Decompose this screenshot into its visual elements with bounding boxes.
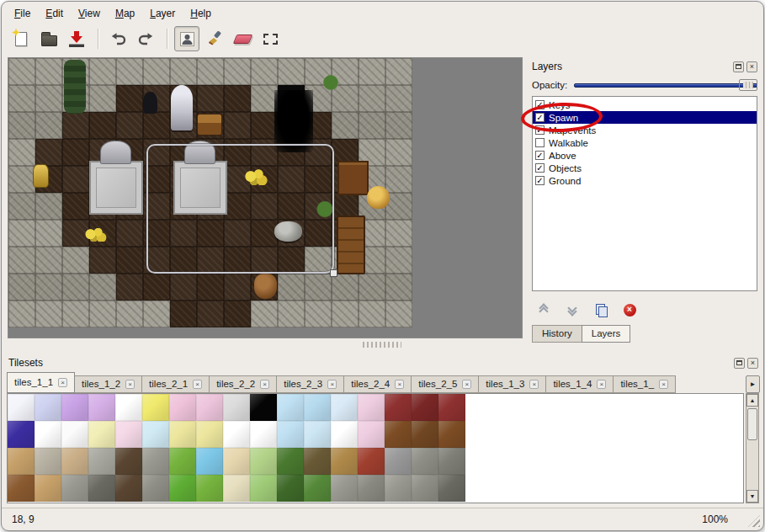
menu-help[interactable]: Help [183, 6, 219, 21]
eraser-tool-button[interactable] [230, 26, 255, 51]
tile[interactable] [385, 475, 412, 502]
brush-tool-button[interactable] [202, 26, 227, 51]
float-panel-button[interactable] [733, 61, 744, 72]
tile[interactable] [250, 394, 277, 421]
menu-layer[interactable]: Layer [142, 6, 183, 21]
map-tile[interactable] [62, 166, 89, 193]
tileset-tab-tiles_2_5[interactable]: tiles_2_5× [411, 375, 479, 393]
map-tile[interactable] [305, 274, 332, 301]
map-tile[interactable] [251, 58, 278, 85]
tab-close-icon[interactable]: × [193, 380, 202, 389]
scroll-down-button[interactable]: ▼ [746, 490, 758, 503]
map-tile[interactable] [278, 301, 305, 327]
map-selection[interactable] [146, 144, 334, 274]
map-tile[interactable] [8, 247, 35, 274]
map-tile[interactable] [8, 112, 35, 139]
tileset-tab-tiles_2_2[interactable]: tiles_2_2× [209, 375, 277, 393]
map-tile[interactable] [62, 193, 89, 220]
map-tile[interactable] [35, 85, 62, 112]
map-tile[interactable] [359, 112, 385, 139]
tile[interactable] [223, 394, 250, 421]
map-tile[interactable] [224, 274, 251, 301]
map-tile[interactable] [116, 301, 143, 327]
dock-tab-layers[interactable]: Layers [582, 325, 631, 343]
map-tile[interactable] [62, 301, 89, 327]
layer-visibility-checkbox[interactable]: ✓ [535, 151, 545, 160]
layer-row-spawn[interactable]: ✓Spawn [533, 111, 757, 124]
map-tile[interactable] [197, 85, 224, 112]
layer-visibility-checkbox[interactable]: ✓ [535, 163, 545, 173]
resize-grip[interactable] [748, 515, 760, 527]
map-tile[interactable] [8, 220, 35, 247]
map-tile[interactable] [62, 139, 89, 166]
menu-view[interactable]: View [71, 6, 108, 21]
tile[interactable] [61, 394, 88, 421]
map-tile[interactable] [170, 301, 197, 327]
menu-edit[interactable]: Edit [38, 6, 71, 21]
tileset-tab-tiles_1_[interactable]: tiles_1_× [613, 375, 676, 393]
tile[interactable] [412, 448, 438, 475]
tab-close-icon[interactable]: × [462, 380, 471, 389]
selection-resize-handle[interactable] [330, 269, 337, 277]
map-tile[interactable] [143, 58, 170, 85]
layer-visibility-checkbox[interactable] [535, 138, 545, 147]
map-tile[interactable] [116, 247, 143, 274]
map-tile[interactable] [385, 274, 412, 301]
tileset-tab-tiles_2_1[interactable]: tiles_2_1× [141, 375, 210, 393]
menu-file[interactable]: File [7, 6, 38, 21]
tile[interactable] [277, 475, 304, 502]
map-tile[interactable] [197, 58, 224, 85]
tile[interactable] [412, 394, 438, 421]
layer-visibility-checkbox[interactable]: ✓ [535, 176, 545, 185]
tile[interactable] [358, 394, 385, 421]
map-tile[interactable] [35, 274, 62, 301]
map-tile[interactable] [62, 247, 89, 274]
map-tile[interactable] [359, 58, 385, 85]
tile[interactable] [385, 394, 412, 421]
map-tile[interactable] [385, 139, 412, 166]
tab-close-icon[interactable]: × [659, 380, 668, 389]
map-tile[interactable] [359, 85, 385, 112]
map-tile[interactable] [8, 193, 35, 220]
tile[interactable] [250, 421, 277, 448]
map-tile[interactable] [89, 274, 116, 301]
map-tile[interactable] [224, 85, 251, 112]
close-panel-button[interactable]: × [747, 358, 758, 369]
tile[interactable] [331, 448, 358, 475]
tile[interactable] [358, 421, 385, 448]
layer-visibility-checkbox[interactable]: ✓ [535, 100, 545, 109]
tile[interactable] [169, 394, 196, 421]
scroll-up-button[interactable]: ▲ [746, 394, 758, 407]
map-tile[interactable] [224, 112, 251, 139]
tile[interactable] [196, 475, 223, 502]
map-tile[interactable] [116, 220, 143, 247]
tile[interactable] [196, 448, 223, 475]
raise-layer-button[interactable] [534, 301, 554, 318]
tile[interactable] [88, 421, 115, 448]
map-tile[interactable] [8, 274, 35, 301]
select-tool-button[interactable] [258, 26, 283, 51]
tile[interactable] [331, 421, 358, 448]
tab-close-icon[interactable]: × [58, 378, 67, 387]
layer-row-above[interactable]: ✓Above [533, 149, 757, 162]
tile[interactable] [412, 475, 438, 502]
map-tile[interactable] [197, 274, 224, 301]
tab-close-icon[interactable]: × [395, 380, 404, 389]
map-tile[interactable] [170, 274, 197, 301]
map-tile[interactable] [251, 301, 278, 327]
map-tile[interactable] [278, 274, 305, 301]
map-tile[interactable] [35, 139, 62, 166]
tile[interactable] [277, 394, 304, 421]
tile[interactable] [304, 394, 331, 421]
layer-row-walkable[interactable]: Walkable [533, 136, 757, 149]
tile[interactable] [438, 421, 465, 448]
tile[interactable] [223, 421, 250, 448]
save-button[interactable] [64, 26, 89, 51]
undo-button[interactable] [105, 26, 130, 51]
opacity-slider[interactable] [574, 78, 757, 92]
tab-close-icon[interactable]: × [529, 380, 539, 389]
map-tile[interactable] [8, 58, 35, 85]
menu-map[interactable]: Map [108, 6, 142, 21]
tile[interactable] [412, 421, 438, 448]
tile[interactable] [115, 475, 142, 502]
